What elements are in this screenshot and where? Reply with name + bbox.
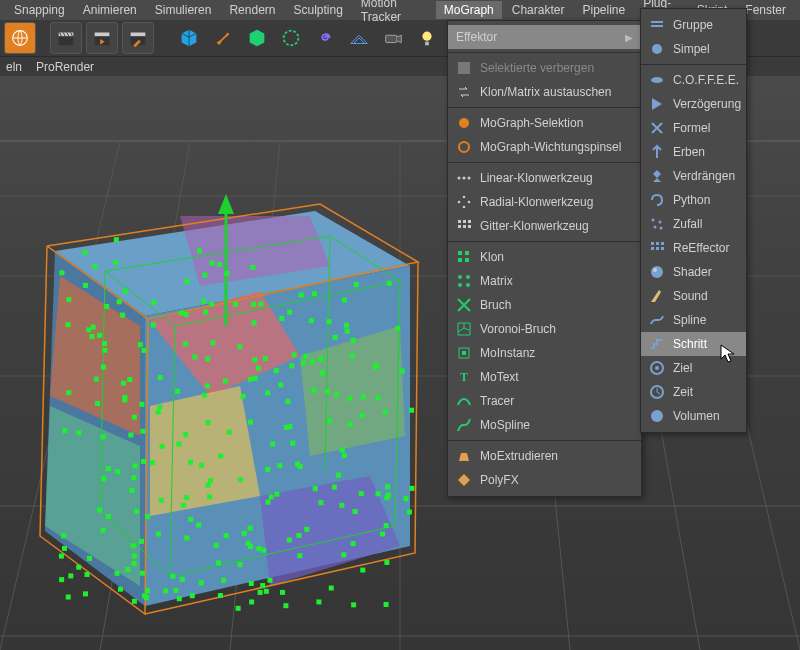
svg-rect-193 [104, 304, 109, 309]
primitive-icon[interactable] [242, 23, 272, 53]
svg-rect-135 [138, 342, 143, 347]
svg-rect-102 [188, 460, 193, 465]
svg-rect-1 [59, 36, 74, 45]
spiral-icon[interactable] [310, 23, 340, 53]
camera-icon[interactable] [378, 23, 408, 53]
svg-rect-96 [270, 441, 275, 446]
menu-mograph-selektion[interactable]: MoGraph-Selektion [448, 111, 641, 135]
clapper-arrow-icon[interactable] [86, 22, 118, 54]
svg-rect-125 [258, 590, 263, 595]
svg-rect-78 [316, 599, 321, 604]
svg-point-313 [653, 268, 657, 272]
submenu-zeit[interactable]: Zeit [641, 380, 746, 404]
svg-rect-172 [250, 265, 255, 270]
svg-rect-72 [176, 442, 181, 447]
reeffector-icon [649, 240, 665, 256]
menu-pipeline[interactable]: Pipeline [574, 1, 633, 19]
svg-rect-118 [342, 298, 347, 303]
submenu-coffee[interactable]: C.O.F.F.E.E. [641, 68, 746, 92]
tab-eln[interactable]: eln [6, 60, 22, 74]
svg-rect-224 [216, 560, 221, 565]
menu-sculpting[interactable]: Sculpting [285, 1, 350, 19]
svg-rect-240 [190, 593, 195, 598]
svg-rect-158 [201, 299, 206, 304]
grid-icon[interactable] [344, 23, 374, 53]
menu-moextrudieren[interactable]: MoExtrudieren [448, 444, 641, 468]
submenu-volumen[interactable]: Volumen [641, 404, 746, 428]
menu-gitter-klonwerkzeug[interactable]: Gitter-Klonwerkzeug [448, 214, 641, 238]
menu-rendern[interactable]: Rendern [221, 1, 283, 19]
submenu-sound[interactable]: Sound [641, 284, 746, 308]
svg-rect-115 [85, 572, 90, 577]
mospline-icon [456, 417, 472, 433]
submenu-reeffector[interactable]: ReEffector [641, 236, 746, 260]
submenu-formel[interactable]: Formel [641, 116, 746, 140]
menu-tracer[interactable]: Tracer [448, 389, 641, 413]
svg-rect-159 [184, 312, 189, 317]
menu-polyfx[interactable]: PolyFX [448, 468, 641, 492]
submenu-erben[interactable]: Erben [641, 140, 746, 164]
menu-linear-klonwerkzeug[interactable]: Linear-Klonwerkzeug [448, 166, 641, 190]
submenu-spline[interactable]: Spline [641, 308, 746, 332]
svg-rect-249 [266, 500, 271, 505]
pencil-clapper-icon[interactable] [122, 22, 154, 54]
svg-rect-122 [287, 310, 292, 315]
menu-snapping[interactable]: Snapping [6, 1, 73, 19]
menu-selektierte-verbergen[interactable]: Selektierte verbergen [448, 56, 641, 80]
menu-charakter[interactable]: Charakter [504, 1, 573, 19]
svg-rect-200 [339, 503, 344, 508]
menu-bruch[interactable]: Bruch [448, 293, 641, 317]
submenu-simpel[interactable]: Simpel [641, 37, 746, 61]
submenu-gruppe[interactable]: Gruppe [641, 13, 746, 37]
svg-rect-50 [163, 588, 168, 593]
svg-rect-214 [354, 282, 359, 287]
svg-rect-35 [140, 429, 145, 434]
menu-effektor[interactable]: Effektor ▶ [448, 25, 641, 49]
svg-rect-134 [248, 420, 253, 425]
svg-rect-147 [205, 383, 210, 388]
submenu-python[interactable]: Python [641, 188, 746, 212]
svg-rect-53 [313, 486, 318, 491]
menu-klon[interactable]: Klon [448, 245, 641, 269]
svg-rect-209 [185, 279, 190, 284]
light-icon[interactable] [412, 23, 442, 53]
svg-rect-295 [462, 351, 466, 355]
svg-rect-287 [465, 251, 469, 255]
submenu-shader[interactable]: Shader [641, 260, 746, 284]
svg-rect-255 [403, 496, 408, 501]
svg-rect-46 [409, 408, 414, 413]
svg-rect-235 [297, 533, 302, 538]
menu-moinstanz[interactable]: MoInstanz [448, 341, 641, 365]
cube-icon[interactable] [174, 23, 204, 53]
menu-motext[interactable]: T MoText [448, 365, 641, 389]
svg-point-300 [651, 77, 663, 83]
globe-icon[interactable] [4, 22, 36, 54]
svg-rect-206 [160, 444, 165, 449]
submenu-ziel[interactable]: Ziel [641, 356, 746, 380]
svg-rect-120 [237, 562, 242, 567]
tab-prorender[interactable]: ProRender [36, 60, 94, 74]
svg-point-292 [458, 283, 462, 287]
submenu-verzoegerung[interactable]: Verzögerung [641, 92, 746, 116]
menu-animieren[interactable]: Animieren [75, 1, 145, 19]
menu-mograph[interactable]: MoGraph [436, 1, 502, 19]
svg-rect-266 [279, 316, 284, 321]
svg-rect-148 [312, 291, 317, 296]
hexagon-icon[interactable] [276, 23, 306, 53]
submenu-verdraengen[interactable]: Verdrängen [641, 164, 746, 188]
svg-rect-215 [345, 329, 350, 334]
submenu-schritt[interactable]: Schritt [641, 332, 746, 356]
menu-mospline[interactable]: MoSpline [448, 413, 641, 437]
clapper-icon[interactable] [50, 22, 82, 54]
svg-point-272 [459, 142, 469, 152]
menu-matrix[interactable]: Matrix [448, 269, 641, 293]
menu-mograph-wichtungspinsel[interactable]: MoGraph-Wichtungspinsel [448, 135, 641, 159]
menu-simulieren[interactable]: Simulieren [147, 1, 220, 19]
brush-icon[interactable] [208, 23, 238, 53]
menu-klon-matrix-austauschen[interactable]: Klon/Matrix austauschen [448, 80, 641, 104]
formula-icon [649, 120, 665, 136]
submenu-zufall[interactable]: Zufall [641, 212, 746, 236]
menu-voronoi-bruch[interactable]: Voronoi-Bruch [448, 317, 641, 341]
menu-radial-klonwerkzeug[interactable]: Radial-Klonwerkzeug [448, 190, 641, 214]
svg-rect-191 [59, 577, 64, 582]
